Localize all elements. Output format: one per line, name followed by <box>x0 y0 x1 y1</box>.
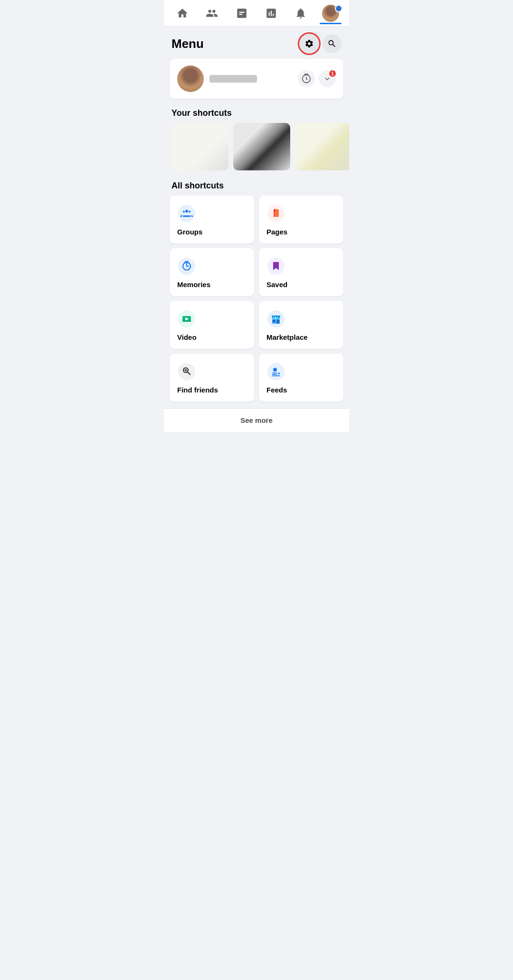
shortcut-thumb-2[interactable] <box>233 123 290 170</box>
marketplace-icon <box>266 309 285 328</box>
video-icon <box>177 309 196 328</box>
pages-label: Pages <box>266 228 336 236</box>
search-button[interactable] <box>323 34 342 53</box>
svg-point-22 <box>185 369 187 372</box>
find-friends-icon <box>177 362 196 381</box>
all-shortcuts-label: All shortcuts <box>164 177 349 196</box>
groups-label: Groups <box>177 228 247 236</box>
saved-label: Saved <box>266 280 336 289</box>
profile-name <box>209 75 257 83</box>
nav-home[interactable] <box>168 3 197 24</box>
shortcut-thumb-1[interactable] <box>171 123 228 170</box>
nav-marketplace[interactable] <box>256 3 286 24</box>
shortcut-card-groups[interactable]: Groups <box>170 196 254 243</box>
menu-header: Menu <box>164 27 349 59</box>
profile-avatar <box>177 65 204 92</box>
shortcut-card-marketplace[interactable]: Marketplace <box>259 301 343 349</box>
shortcut-card-memories[interactable]: Memories <box>170 248 254 296</box>
shortcut-card-saved[interactable]: Saved <box>259 248 343 296</box>
memories-label: Memories <box>177 280 247 289</box>
pages-icon <box>266 204 285 223</box>
groups-icon <box>177 204 196 223</box>
feeds-label: Feeds <box>266 386 336 394</box>
shortcuts-grid: Groups Pages <box>164 196 349 406</box>
shortcut-card-video[interactable]: Video <box>170 301 254 349</box>
shortcut-card-find-friends[interactable]: Find friends <box>170 354 254 401</box>
svg-rect-25 <box>272 373 277 373</box>
shortcut-thumb-3[interactable] <box>295 123 349 170</box>
svg-point-29 <box>278 373 279 374</box>
profile-actions: 1 <box>298 70 336 87</box>
see-more-button[interactable]: See more <box>164 408 349 432</box>
find-friends-label: Find friends <box>177 386 247 394</box>
marketplace-label: Marketplace <box>266 333 336 341</box>
menu-badge <box>335 5 342 12</box>
svg-rect-27 <box>272 375 280 376</box>
nav-friends[interactable] <box>197 3 227 24</box>
main-content: Menu <box>164 27 349 432</box>
nav-menu[interactable] <box>316 3 345 24</box>
svg-point-19 <box>178 363 195 380</box>
video-label: Video <box>177 333 247 341</box>
svg-rect-13 <box>182 321 191 322</box>
svg-rect-18 <box>272 316 280 317</box>
saved-icon <box>266 257 285 276</box>
nav-notifications[interactable] <box>286 3 315 24</box>
notifications-icon-card[interactable]: 1 <box>319 70 336 87</box>
svg-rect-16 <box>273 320 275 322</box>
svg-point-24 <box>273 368 277 372</box>
svg-point-23 <box>267 363 285 380</box>
top-navigation <box>164 0 349 27</box>
settings-button[interactable] <box>300 34 319 53</box>
memories-icon <box>177 257 196 276</box>
notification-count: 1 <box>328 69 337 78</box>
profile-card[interactable]: 1 <box>170 59 343 99</box>
svg-rect-26 <box>272 374 277 375</box>
nav-watch[interactable] <box>227 3 256 24</box>
shortcut-card-pages[interactable]: Pages <box>259 196 343 243</box>
story-icon[interactable] <box>298 70 315 87</box>
svg-point-1 <box>178 205 195 222</box>
feeds-icon <box>266 362 285 381</box>
shortcut-card-feeds[interactable]: Feeds <box>259 354 343 401</box>
menu-title: Menu <box>171 37 204 51</box>
your-shortcuts-label: Your shortcuts <box>164 104 349 123</box>
header-actions <box>300 34 342 53</box>
shortcuts-scroll <box>164 123 349 177</box>
svg-rect-17 <box>277 320 279 324</box>
